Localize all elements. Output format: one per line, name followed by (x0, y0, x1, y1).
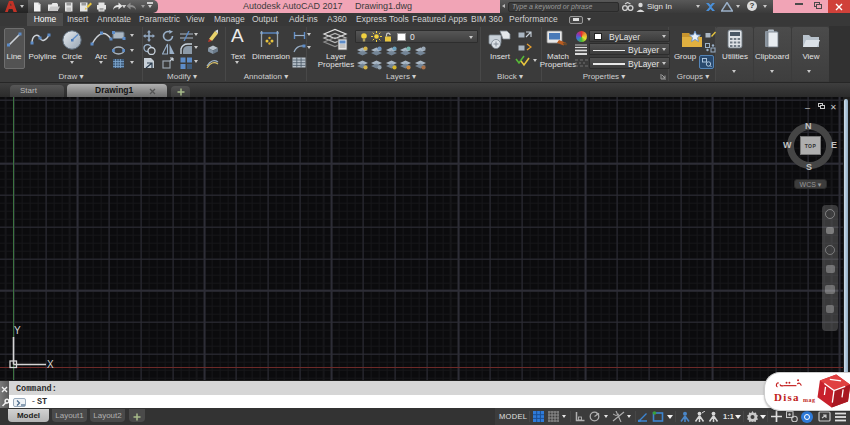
svg-text:Y: Y (14, 325, 21, 336)
svg-text:X: X (47, 359, 54, 370)
